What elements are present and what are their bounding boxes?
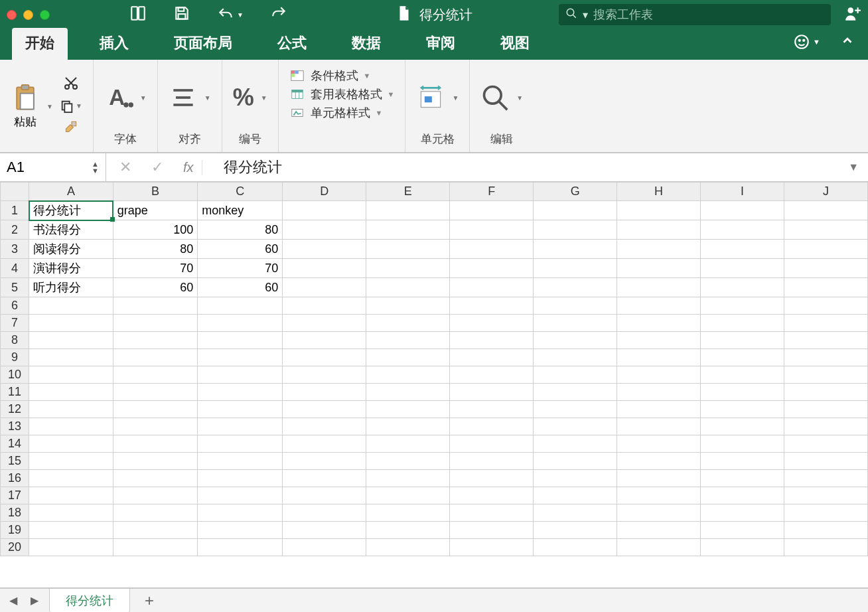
cell-J18[interactable] — [784, 504, 868, 522]
cell-B15[interactable] — [113, 453, 198, 470]
cell-J8[interactable] — [784, 332, 868, 349]
cell-J11[interactable] — [784, 384, 868, 401]
row-header-4[interactable]: 4 — [1, 259, 29, 278]
column-header-A[interactable]: A — [29, 183, 113, 201]
cell-D20[interactable] — [283, 539, 366, 556]
cell-E19[interactable] — [366, 522, 450, 539]
editing-button[interactable] — [480, 83, 510, 112]
ribbon-tab-2[interactable]: 页面布局 — [161, 28, 246, 60]
paste-dropdown-icon[interactable]: ▼ — [46, 103, 53, 110]
cell-F14[interactable] — [450, 435, 534, 453]
cell-D9[interactable] — [283, 349, 366, 366]
cell-J5[interactable] — [784, 278, 868, 297]
cell-H6[interactable] — [617, 297, 701, 315]
cell-E4[interactable] — [366, 259, 450, 278]
cell-D6[interactable] — [283, 297, 366, 315]
next-sheet-icon[interactable]: ▶ — [28, 594, 41, 607]
row-header-15[interactable]: 15 — [1, 453, 29, 470]
cell-A20[interactable] — [29, 539, 113, 556]
cell-A7[interactable] — [29, 315, 113, 332]
cell-I2[interactable] — [701, 220, 784, 240]
cell-F1[interactable] — [450, 201, 534, 220]
cell-C5[interactable]: 60 — [198, 278, 283, 297]
fill-handle[interactable] — [110, 217, 115, 222]
cell-B6[interactable] — [113, 297, 198, 315]
cell-C17[interactable] — [198, 487, 283, 504]
cell-I18[interactable] — [701, 504, 784, 522]
select-all-corner[interactable] — [1, 183, 29, 201]
share-icon[interactable] — [844, 5, 861, 25]
cell-H17[interactable] — [617, 487, 701, 504]
column-header-F[interactable]: F — [450, 183, 534, 201]
cell-E17[interactable] — [366, 487, 450, 504]
cell-G7[interactable] — [534, 315, 617, 332]
cell-H13[interactable] — [617, 418, 701, 435]
cell-G5[interactable] — [534, 278, 617, 297]
cell-I7[interactable] — [701, 315, 784, 332]
accept-formula-icon[interactable]: ✓ — [151, 159, 163, 176]
column-header-D[interactable]: D — [283, 183, 366, 201]
cell-A19[interactable] — [29, 522, 113, 539]
insert-function-label[interactable]: fx — [183, 160, 202, 175]
cell-I6[interactable] — [701, 297, 784, 315]
cell-J7[interactable] — [784, 315, 868, 332]
cell-J12[interactable] — [784, 401, 868, 418]
cell-E7[interactable] — [366, 315, 450, 332]
copy-icon[interactable]: ▼ — [60, 99, 82, 114]
redo-icon[interactable] — [270, 5, 287, 25]
cell-I20[interactable] — [701, 539, 784, 556]
cell-J16[interactable] — [784, 470, 868, 487]
row-header-1[interactable]: 1 — [1, 201, 29, 220]
cell-I10[interactable] — [701, 366, 784, 384]
alignment-button[interactable] — [169, 83, 198, 112]
expand-formula-bar-icon[interactable]: ▼ — [839, 161, 868, 173]
save-icon[interactable] — [173, 5, 190, 25]
cell-G14[interactable] — [534, 435, 617, 453]
cell-B7[interactable] — [113, 315, 198, 332]
cell-B5[interactable]: 60 — [113, 278, 198, 297]
cell-A4[interactable]: 演讲得分 — [29, 259, 113, 278]
cell-A12[interactable] — [29, 401, 113, 418]
cell-G9[interactable] — [534, 349, 617, 366]
cell-E20[interactable] — [366, 539, 450, 556]
cell-G11[interactable] — [534, 384, 617, 401]
cell-H9[interactable] — [617, 349, 701, 366]
cell-D10[interactable] — [283, 366, 366, 384]
cell-G20[interactable] — [534, 539, 617, 556]
cell-I5[interactable] — [701, 278, 784, 297]
cell-G12[interactable] — [534, 401, 617, 418]
cell-C11[interactable] — [198, 384, 283, 401]
cell-F2[interactable] — [450, 220, 534, 240]
cell-D7[interactable] — [283, 315, 366, 332]
cell-G2[interactable] — [534, 220, 617, 240]
cell-C4[interactable]: 70 — [198, 259, 283, 278]
cell-C16[interactable] — [198, 470, 283, 487]
number-dropdown-icon[interactable]: ▼ — [261, 94, 267, 102]
cell-F9[interactable] — [450, 349, 534, 366]
ribbon-tab-0[interactable]: 开始 — [12, 28, 68, 60]
cell-J13[interactable] — [784, 418, 868, 435]
cell-J17[interactable] — [784, 487, 868, 504]
cell-J20[interactable] — [784, 539, 868, 556]
name-box-stepper[interactable]: ▲▼ — [92, 161, 99, 174]
cell-G15[interactable] — [534, 453, 617, 470]
cell-H8[interactable] — [617, 332, 701, 349]
cell-J19[interactable] — [784, 522, 868, 539]
ribbon-tab-1[interactable]: 插入 — [86, 28, 142, 60]
alignment-dropdown-icon[interactable]: ▼ — [204, 94, 211, 102]
cell-D2[interactable] — [283, 220, 366, 240]
cell-I1[interactable] — [701, 201, 784, 220]
prev-sheet-icon[interactable]: ◀ — [7, 594, 20, 607]
cell-B8[interactable] — [113, 332, 198, 349]
cell-C8[interactable] — [198, 332, 283, 349]
cell-B10[interactable] — [113, 366, 198, 384]
column-header-I[interactable]: I — [701, 183, 784, 201]
cell-D14[interactable] — [283, 435, 366, 453]
cell-J15[interactable] — [784, 453, 868, 470]
cell-D1[interactable] — [283, 201, 366, 220]
cell-D3[interactable] — [283, 240, 366, 259]
emoji-icon[interactable]: ▼ — [793, 33, 820, 50]
number-format-button[interactable]: % — [233, 84, 254, 112]
cell-J9[interactable] — [784, 349, 868, 366]
row-header-9[interactable]: 9 — [1, 349, 29, 366]
